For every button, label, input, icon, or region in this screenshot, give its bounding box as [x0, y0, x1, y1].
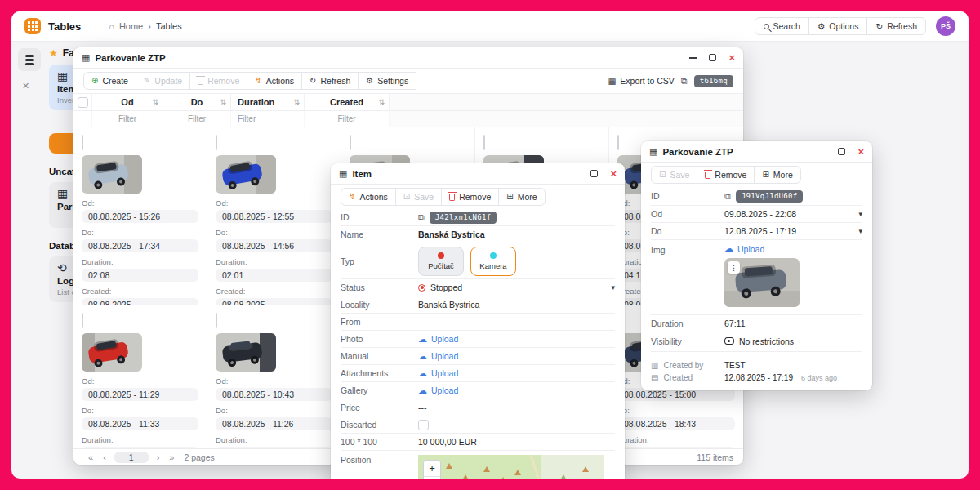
row-checkbox[interactable]	[483, 135, 485, 150]
collapse-icon[interactable]: ✕	[22, 81, 29, 91]
more-button[interactable]: ⊞ More	[754, 166, 800, 184]
minimize-icon[interactable]	[689, 57, 697, 59]
image-menu-button[interactable]: ⋮	[728, 261, 740, 274]
avatar[interactable]: PŠ	[936, 16, 956, 36]
cloud-upload-icon: ☁	[418, 368, 427, 379]
remove-button[interactable]: Remove	[441, 188, 499, 206]
column-header-od[interactable]: Od⇅	[92, 94, 163, 110]
column-header-created[interactable]: Created⇅	[305, 94, 390, 110]
remove-button[interactable]: Remove	[189, 72, 247, 90]
record-card[interactable]: Od: 08.08.2025 - 10:43 Do: 08.08.2025 - …	[207, 305, 341, 448]
close-icon[interactable]: ×	[610, 170, 617, 178]
sort-icon[interactable]: ⇅	[378, 98, 385, 106]
breadcrumb-current[interactable]: Tables	[156, 21, 182, 31]
upload-link[interactable]: ☁Upload	[418, 351, 458, 362]
actions-button[interactable]: ↯ Actions	[341, 188, 396, 206]
database-rail-button[interactable]	[18, 48, 41, 71]
column-header-duration[interactable]: Duration⇅	[231, 94, 305, 110]
sort-icon[interactable]: ⇅	[152, 98, 158, 106]
row-checkbox[interactable]	[216, 313, 217, 328]
typ-option-pocitac[interactable]: Počítač	[418, 247, 464, 276]
zoom-out-button[interactable]: −	[424, 477, 440, 479]
field-discarted: Discarted	[341, 416, 615, 434]
breadcrumb-home[interactable]: Home	[119, 21, 143, 31]
refresh-table-button[interactable]: ↻ Refresh	[301, 72, 359, 90]
field-price[interactable]: Price ---	[341, 399, 615, 416]
icon-rail: ✕	[11, 42, 49, 479]
export-csv-button[interactable]: ▦ Export to CSV	[608, 76, 674, 86]
field-size: 100 * 100 10 000,00 EUR	[341, 434, 615, 451]
field-od[interactable]: Od 09.08.2025 - 22:08 ▾	[651, 206, 862, 223]
search-button[interactable]: Search	[755, 17, 809, 35]
more-icon: ⊞	[506, 193, 513, 201]
row-checkbox[interactable]	[216, 135, 217, 150]
filter-input-duration[interactable]: Filter	[231, 111, 305, 127]
chevron-down-icon[interactable]: ▾	[858, 210, 862, 218]
close-icon[interactable]: ×	[728, 54, 735, 62]
copy-icon[interactable]: ⧉	[724, 191, 731, 202]
sort-icon[interactable]: ⇅	[293, 98, 300, 106]
current-page[interactable]: 1	[114, 452, 149, 463]
od-value: 08.08.2025 - 10:43	[216, 388, 332, 401]
actions-button[interactable]: ↯ Actions	[247, 72, 302, 90]
sort-icon[interactable]: ⇅	[220, 98, 226, 106]
prev-page-button[interactable]: ‹	[98, 452, 111, 462]
chevron-down-icon[interactable]: ▾	[611, 283, 615, 292]
close-icon[interactable]: ×	[858, 148, 864, 156]
remove-button[interactable]: Remove	[697, 166, 755, 184]
img-thumbnail[interactable]: ⋮	[724, 258, 800, 307]
upload-link[interactable]: ☁Upload	[724, 243, 764, 254]
filter-input-od[interactable]: Filter	[92, 111, 163, 127]
field-from[interactable]: From ---	[341, 314, 615, 331]
select-all-checkbox[interactable]	[78, 97, 88, 108]
created-value: 08.08.2025	[216, 298, 332, 305]
record-card[interactable]: Od: 08.08.2025 - 11:29 Do: 08.08.2025 - …	[74, 305, 207, 448]
window-title: Item	[352, 169, 372, 179]
row-checkbox[interactable]	[82, 135, 83, 150]
field-do[interactable]: Do 12.08.2025 - 17:19 ▾	[651, 223, 862, 240]
copy-icon[interactable]: ⧉	[418, 212, 425, 223]
maximize-icon[interactable]	[590, 170, 598, 177]
filter-input-created[interactable]: Filter	[305, 111, 390, 127]
settings-button[interactable]: ⚙ Settings	[358, 72, 416, 90]
next-page-button[interactable]: ›	[152, 452, 165, 462]
record-card[interactable]: Od: 08.08.2025 - 12:55 Do: 08.08.2025 - …	[207, 127, 341, 305]
refresh-button[interactable]: ↻ Refresh	[866, 17, 926, 35]
save-button[interactable]: ⊡ Save	[395, 188, 442, 206]
window-header[interactable]: ▦ Item ×	[331, 163, 625, 185]
upload-link[interactable]: ☁Upload	[418, 368, 458, 379]
more-button[interactable]: ⊞ More	[498, 188, 545, 206]
field-visibility[interactable]: Visibility No restrictions	[651, 332, 862, 350]
window-header[interactable]: ▦ Parkovanie ZTP ×	[74, 47, 743, 69]
typ-option-kamera-selected[interactable]: Kamera	[470, 247, 516, 276]
options-button[interactable]: ⚙ Options	[808, 17, 868, 35]
upload-link[interactable]: ☁Upload	[418, 385, 458, 396]
create-button[interactable]: ⊕ Create	[83, 72, 136, 90]
row-checkbox[interactable]	[350, 135, 351, 150]
field-name[interactable]: Name Banská Bystrica	[341, 226, 615, 243]
column-header-do[interactable]: Do⇅	[163, 94, 231, 110]
row-checkbox[interactable]	[82, 313, 83, 328]
app-logo-icon[interactable]	[24, 18, 41, 34]
copy-icon[interactable]: ⧉	[681, 76, 688, 87]
filter-input-do[interactable]: Filter	[163, 111, 231, 127]
maximize-icon[interactable]	[838, 148, 845, 155]
stopped-status-icon	[418, 284, 425, 292]
window-header[interactable]: ▦ Parkovanie ZTP ×	[641, 141, 872, 163]
discarted-checkbox[interactable]	[418, 420, 429, 430]
field-status[interactable]: Status Stopped ▾	[341, 279, 615, 296]
chevron-down-icon[interactable]: ▾	[858, 227, 862, 235]
save-icon: ⊡	[659, 171, 666, 179]
last-page-button[interactable]: »	[164, 452, 179, 462]
row-checkbox[interactable]	[617, 135, 619, 150]
first-page-button[interactable]: «	[83, 452, 98, 462]
position-map[interactable]: + −	[418, 455, 604, 479]
field-locality[interactable]: Locality Banská Bystrica	[341, 296, 615, 314]
upload-link[interactable]: ☁Upload	[418, 334, 458, 345]
duration-value: 02:08	[82, 269, 198, 282]
zoom-in-button[interactable]: +	[424, 461, 440, 477]
save-button[interactable]: ⊡ Save	[651, 166, 697, 184]
update-button[interactable]: ✎ Update	[136, 72, 190, 90]
maximize-icon[interactable]	[709, 54, 716, 61]
record-card[interactable]: Od: 08.08.2025 - 15:26 Do: 08.08.2025 - …	[74, 127, 207, 305]
